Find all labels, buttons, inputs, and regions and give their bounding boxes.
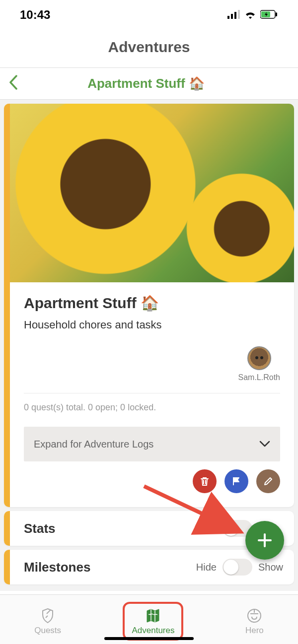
bottom-nav: Quests Adventures Hero <box>0 594 298 644</box>
action-row <box>24 469 280 497</box>
expand-adventure-logs[interactable]: Expand for Adventure Logs <box>24 427 280 461</box>
add-button[interactable] <box>245 521 284 560</box>
nav-adventures[interactable]: Adventures <box>123 602 183 641</box>
nav-hero[interactable]: Hero <box>238 604 271 639</box>
svg-rect-3 <box>238 10 240 19</box>
card-title: Apartment Stuff 🏠 <box>24 294 280 312</box>
nav-label: Adventures <box>132 626 174 636</box>
shield-sword-icon <box>39 607 57 625</box>
cellular-icon <box>227 8 240 22</box>
nav-label: Quests <box>34 626 61 636</box>
nav-quests[interactable]: Quests <box>27 604 68 639</box>
page-title: Adventures <box>0 30 298 68</box>
switch-knob <box>224 560 238 575</box>
hide-label: Hide <box>196 523 217 534</box>
owner-name: Sam.L.Roth <box>238 373 280 382</box>
home-indicator[interactable] <box>104 637 194 640</box>
milestones-toggle[interactable] <box>223 559 252 576</box>
quest-summary: 0 quest(s) total. 0 open; 0 locked. <box>24 402 280 413</box>
edit-button[interactable] <box>256 469 280 493</box>
milestones-section: Milestones Hide Show <box>4 550 294 584</box>
svg-rect-1 <box>231 14 233 19</box>
map-icon <box>144 607 162 625</box>
hide-label: Hide <box>196 562 217 573</box>
content-area: Apartment Stuff 🏠 Household chores and t… <box>0 100 298 591</box>
svg-rect-2 <box>234 12 236 19</box>
battery-icon <box>260 8 278 22</box>
milestones-toggle-wrap: Hide Show <box>196 559 283 576</box>
status-bar: 10:43 <box>0 0 298 30</box>
accent-strip <box>4 104 10 507</box>
adventure-card: Apartment Stuff 🏠 Household chores and t… <box>4 104 294 507</box>
hero-icon <box>245 607 263 625</box>
back-button[interactable] <box>9 75 18 92</box>
svg-rect-0 <box>227 16 229 19</box>
avatar <box>247 346 271 370</box>
show-label: Show <box>258 562 283 573</box>
delete-button[interactable] <box>193 469 217 493</box>
adventure-hero-image <box>4 104 294 282</box>
flag-button[interactable] <box>224 469 248 493</box>
status-time: 10:43 <box>20 8 50 22</box>
accent-strip <box>4 550 10 584</box>
card-description: Household chores and tasks <box>24 319 280 331</box>
card-body: Apartment Stuff 🏠 Household chores and t… <box>4 282 294 507</box>
divider <box>24 393 280 393</box>
subheader-title: Apartment Stuff 🏠 <box>18 76 274 91</box>
svg-rect-5 <box>276 12 277 16</box>
wifi-icon <box>244 8 256 22</box>
chevron-down-icon <box>259 438 270 451</box>
switch-knob <box>224 521 238 536</box>
accent-strip <box>4 511 10 546</box>
owner-block[interactable]: Sam.L.Roth <box>238 346 280 382</box>
subheader: Apartment Stuff 🏠 <box>0 68 298 100</box>
stats-label: Stats <box>24 521 196 536</box>
nav-label: Hero <box>245 626 264 636</box>
milestones-label: Milestones <box>24 560 196 575</box>
expand-label: Expand for Adventure Logs <box>34 439 153 450</box>
status-icons <box>227 8 278 22</box>
